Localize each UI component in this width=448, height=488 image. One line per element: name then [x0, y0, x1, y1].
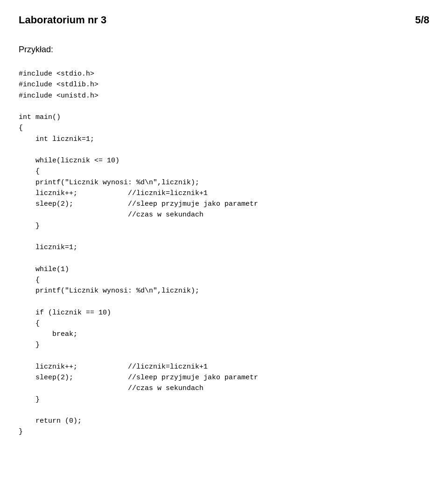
code-line: {: [19, 166, 429, 177]
code-line: [19, 101, 429, 112]
code-block: #include <stdio.h>#include <stdlib.h>#in…: [19, 69, 429, 438]
page-number: 5/8: [415, 14, 429, 26]
code-line: while(licznik <= 10): [19, 155, 429, 166]
code-line: #include <stdlib.h>: [19, 79, 429, 90]
code-line: #include <unistd.h>: [19, 91, 429, 101]
code-line: [19, 253, 429, 264]
code-line: sleep(2); //sleep przyjmuje jako paramet…: [19, 199, 429, 209]
code-line: int licznik=1;: [19, 134, 429, 145]
code-line: licznik=1;: [19, 242, 429, 253]
code-line: printf("Licznik wynosi: %d\n",licznik);: [19, 177, 429, 188]
code-line: while(1): [19, 264, 429, 275]
code-line: [19, 296, 429, 307]
code-line: printf("Licznik wynosi: %d\n",licznik);: [19, 286, 429, 296]
code-line: [19, 351, 429, 362]
code-line: return (0);: [19, 416, 429, 426]
code-line: #include <stdio.h>: [19, 69, 429, 79]
code-line: licznik++; //licznik=licznik+1: [19, 362, 429, 372]
code-line: [19, 145, 429, 155]
code-line: }: [19, 340, 429, 350]
code-line: [19, 231, 429, 242]
page-header: Laboratorium nr 3 5/8: [19, 14, 429, 26]
code-line: {: [19, 123, 429, 133]
lab-title: Laboratorium nr 3: [19, 14, 106, 26]
code-line: }: [19, 426, 429, 437]
code-line: sleep(2); //sleep przyjmuje jako paramet…: [19, 372, 429, 383]
code-line: break;: [19, 329, 429, 340]
code-line: {: [19, 275, 429, 286]
code-line: }: [19, 221, 429, 231]
code-line: licznik++; //licznik=licznik+1: [19, 188, 429, 199]
code-line: if (licznik == 10): [19, 307, 429, 318]
code-line: }: [19, 394, 429, 405]
code-line: {: [19, 318, 429, 329]
code-line: //czas w sekundach: [19, 209, 429, 220]
code-line: int main(): [19, 112, 429, 123]
section-label: Przykład:: [19, 45, 429, 55]
code-line: //czas w sekundach: [19, 383, 429, 394]
code-line: [19, 405, 429, 416]
